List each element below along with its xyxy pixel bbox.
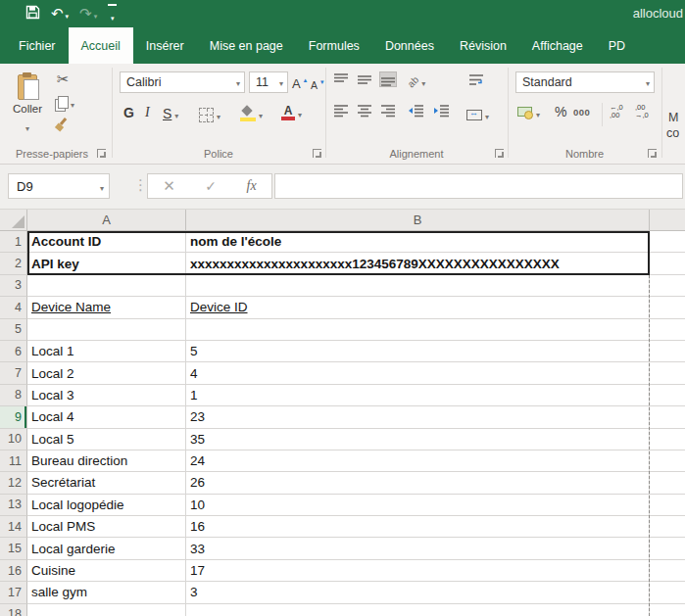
- tab-formules[interactable]: Formules: [296, 27, 372, 64]
- font-color-button[interactable]: A: [281, 104, 302, 121]
- row-header-4[interactable]: 4: [0, 297, 27, 318]
- formula-bar-resizer[interactable]: ⋮: [133, 176, 148, 194]
- increase-indent-button[interactable]: [433, 104, 450, 118]
- tab-donn-es[interactable]: Données: [372, 27, 447, 64]
- font-dialog-launcher-icon[interactable]: [313, 149, 321, 158]
- cell-B2[interactable]: xxxxxxxxxxxxxxxxxxxxxx123456789XXXXXXXXX…: [186, 253, 650, 274]
- tab-mise-en-page[interactable]: Mise en page: [197, 27, 296, 64]
- tab-accueil[interactable]: Accueil: [69, 27, 133, 64]
- font-name-select[interactable]: Calibri: [120, 71, 245, 93]
- undo-button[interactable]: [51, 5, 69, 23]
- orientation-button[interactable]: ab: [408, 72, 425, 90]
- italic-button[interactable]: I: [145, 105, 150, 120]
- conditional-formatting-label-line1[interactable]: M: [668, 111, 678, 124]
- cell-A16[interactable]: Cuisine: [27, 560, 186, 582]
- underline-dropdown-icon[interactable]: [174, 105, 178, 122]
- row-header-16[interactable]: 16: [0, 560, 27, 582]
- cell-C2[interactable]: [650, 253, 685, 274]
- cell-B10[interactable]: 35: [186, 429, 650, 450]
- row-header-15[interactable]: 15: [0, 538, 27, 559]
- cell-A13[interactable]: Local logopédie: [27, 495, 186, 516]
- formula-input[interactable]: [274, 173, 683, 199]
- cell-B16[interactable]: 17: [186, 560, 650, 582]
- cell-A4[interactable]: Device Name: [27, 297, 186, 318]
- percent-style-button[interactable]: %: [555, 104, 566, 119]
- font-size-select[interactable]: 11: [249, 71, 288, 93]
- increase-decimal-button[interactable]: ←,0 ,00: [610, 104, 623, 119]
- number-dialog-launcher-icon[interactable]: [648, 149, 657, 158]
- row-header-13[interactable]: 13: [0, 495, 27, 516]
- cell-C7[interactable]: [650, 362, 685, 384]
- cell-B15[interactable]: 33: [186, 538, 650, 559]
- cell-C3[interactable]: [650, 275, 685, 297]
- orientation-dropdown-icon[interactable]: [421, 72, 425, 90]
- cell-C1[interactable]: [650, 231, 685, 253]
- cell-B1[interactable]: nom de l'école: [186, 231, 650, 253]
- redo-button[interactable]: [79, 5, 97, 23]
- tab-affichage[interactable]: Affichage: [519, 27, 596, 64]
- comma-style-button[interactable]: 000: [573, 107, 590, 118]
- cut-button[interactable]: [57, 71, 70, 88]
- row-header-7[interactable]: 7: [0, 362, 27, 384]
- cell-C17[interactable]: [650, 582, 685, 603]
- align-right-button[interactable]: [380, 104, 396, 118]
- row-header-12[interactable]: 12: [0, 472, 27, 494]
- cell-C14[interactable]: [650, 516, 685, 538]
- bold-button[interactable]: G: [123, 105, 134, 120]
- row-header-8[interactable]: 8: [0, 385, 27, 406]
- cell-C18[interactable]: [650, 604, 685, 616]
- fill-color-dropdown-icon[interactable]: [259, 105, 263, 122]
- fill-color-button[interactable]: [240, 105, 263, 122]
- cell-A9[interactable]: Local 4: [27, 406, 186, 428]
- insert-function-icon[interactable]: fx: [247, 178, 257, 194]
- cell-B4[interactable]: Device ID: [186, 297, 650, 318]
- row-header-3[interactable]: 3: [0, 275, 27, 297]
- select-all-corner[interactable]: [0, 210, 27, 231]
- merge-center-dropdown-icon[interactable]: [485, 106, 489, 123]
- align-bottom-button[interactable]: [380, 72, 396, 86]
- cancel-icon[interactable]: ✕: [163, 177, 175, 195]
- merge-center-button[interactable]: [466, 106, 489, 123]
- column-header-b[interactable]: B: [186, 210, 650, 231]
- cell-B14[interactable]: 16: [186, 516, 650, 538]
- cell-C15[interactable]: [650, 538, 685, 559]
- copy-button[interactable]: [55, 94, 74, 112]
- cell-A15[interactable]: Local garderie: [27, 538, 186, 559]
- cell-C4[interactable]: [650, 297, 685, 318]
- accounting-format-button[interactable]: [517, 104, 540, 121]
- tab-fichier[interactable]: Fichier: [6, 27, 69, 64]
- cell-B7[interactable]: 4: [186, 362, 650, 384]
- tab-ins-rer[interactable]: Insérer: [133, 27, 197, 64]
- align-center-button[interactable]: [357, 104, 372, 118]
- enter-icon[interactable]: ✓: [205, 178, 217, 194]
- column-header-a[interactable]: A: [27, 210, 186, 231]
- cell-A12[interactable]: Secrétariat: [27, 472, 186, 494]
- cell-C9[interactable]: [650, 406, 685, 428]
- cell-B18[interactable]: [186, 604, 650, 616]
- tab-r-vision[interactable]: Révision: [447, 27, 519, 64]
- row-header-18[interactable]: 18: [0, 604, 27, 616]
- cell-C10[interactable]: [650, 429, 685, 450]
- row-header-6[interactable]: 6: [0, 341, 27, 362]
- cell-C11[interactable]: [650, 450, 685, 472]
- row-header-17[interactable]: 17: [0, 582, 27, 603]
- row-header-11[interactable]: 11: [0, 450, 27, 472]
- shrink-font-button[interactable]: A: [311, 76, 324, 94]
- row-header-10[interactable]: 10: [0, 429, 27, 450]
- format-painter-button[interactable]: [55, 118, 69, 131]
- row-header-1[interactable]: 1: [0, 231, 27, 253]
- name-box[interactable]: D9: [8, 173, 110, 199]
- number-format-select[interactable]: Standard: [515, 71, 655, 93]
- cell-A14[interactable]: Local PMS: [27, 516, 186, 538]
- clipboard-dialog-launcher-icon[interactable]: [97, 149, 106, 158]
- paste-dropdown-icon[interactable]: [25, 118, 29, 135]
- cell-A18[interactable]: [27, 604, 186, 616]
- cell-A10[interactable]: Local 5: [27, 429, 186, 450]
- undo-dropdown-icon[interactable]: [66, 5, 70, 23]
- cell-A5[interactable]: [27, 319, 186, 341]
- borders-dropdown-icon[interactable]: [217, 106, 220, 123]
- align-left-button[interactable]: [333, 104, 349, 118]
- cell-A17[interactable]: salle gym: [27, 582, 186, 603]
- decrease-indent-button[interactable]: [408, 104, 424, 118]
- borders-button[interactable]: [199, 106, 220, 123]
